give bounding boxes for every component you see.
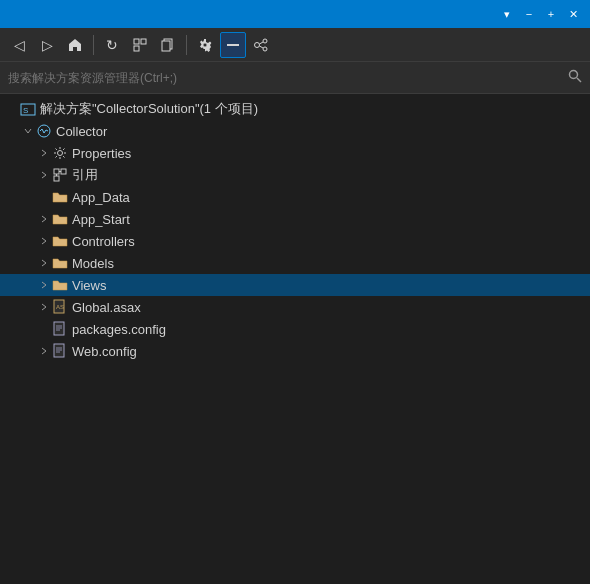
properties-button[interactable] [192,32,218,58]
svg-rect-2 [134,46,139,51]
svg-line-11 [260,46,264,48]
tree-item-models[interactable]: Models [0,252,590,274]
copy-button[interactable] [155,32,181,58]
tree-item-solution[interactable]: S解决方案"CollectorSolution"(1 个项目) [0,98,590,120]
toolbar-separator-1 [93,35,94,55]
svg-rect-18 [61,169,66,174]
tree-item-packages_config[interactable]: packages.config [0,318,590,340]
tree-expand-icon[interactable] [36,321,52,337]
svg-text:AS: AS [56,304,64,310]
title-bar-controls: ▾ − + ✕ [498,5,582,23]
search-bar [0,62,590,94]
svg-rect-0 [134,39,139,44]
tree-expand-icon[interactable] [36,167,52,183]
search-icon[interactable] [568,69,582,86]
back-button[interactable]: ◁ [6,32,32,58]
forward-button[interactable]: ▷ [34,32,60,58]
close-window-button[interactable]: ✕ [564,5,582,23]
toolbar-separator-2 [186,35,187,55]
tree-item-label: packages.config [72,322,166,337]
hide-pane-button[interactable] [220,32,246,58]
tree-item-label: 引用 [72,166,98,184]
svg-line-10 [260,42,264,44]
diagram-button[interactable] [248,32,274,58]
svg-rect-4 [162,41,170,51]
tree-item-label: Properties [72,146,131,161]
svg-text:S: S [23,106,28,115]
tree-expand-icon[interactable] [36,277,52,293]
refresh-button[interactable]: ↻ [99,32,125,58]
tree-item-views[interactable]: Views [0,274,590,296]
svg-point-9 [263,47,267,51]
solution-icon: S [20,101,36,117]
svg-point-16 [38,125,50,137]
folder-icon [52,255,68,271]
tree-item-label: Global.asax [72,300,141,315]
tree-item-app_start[interactable]: App_Start [0,208,590,230]
tree-expand-icon[interactable] [36,233,52,249]
tree-item-web_config[interactable]: Web.config [0,340,590,362]
svg-point-5 [203,43,207,47]
tree-item-label: Models [72,256,114,271]
folder-icon [52,233,68,249]
tree-expand-icon[interactable] [36,189,52,205]
svg-rect-6 [227,44,239,46]
tree-item-project[interactable]: Collector [0,120,590,142]
config-icon [52,321,68,337]
tree-item-label: Controllers [72,234,135,249]
tree-item-label: Views [72,278,106,293]
collapse-all-button[interactable] [127,32,153,58]
tree-expand-icon[interactable] [4,101,20,117]
svg-point-7 [255,42,260,47]
svg-line-13 [577,78,581,82]
title-bar: ▾ − + ✕ [0,0,590,28]
tree-item-label: Collector [56,124,107,139]
folder-icon [52,211,68,227]
minimize-window-button[interactable]: − [520,5,538,23]
tree-item-global_asax[interactable]: ASGlobal.asax [0,296,590,318]
asax-icon: AS [52,299,68,315]
tree-expand-icon[interactable] [36,299,52,315]
svg-rect-24 [54,322,64,335]
svg-rect-17 [54,169,59,174]
folder-icon [52,277,68,293]
search-input[interactable] [8,71,568,85]
svg-rect-19 [54,176,59,181]
gear-icon [52,145,68,161]
project-icon [36,123,52,139]
ref-icon [52,167,68,183]
maximize-window-button[interactable]: + [542,5,560,23]
tree-expand-icon[interactable] [36,343,52,359]
tree-item-controllers[interactable]: Controllers [0,230,590,252]
svg-rect-28 [54,344,64,357]
solution-explorer-tree: S解决方案"CollectorSolution"(1 个项目)Collector… [0,94,590,584]
home-button[interactable] [62,32,88,58]
folder-icon [52,189,68,205]
tree-item-properties[interactable]: Properties [0,142,590,164]
tree-item-label: App_Start [72,212,130,227]
tree-item-references[interactable]: 引用 [0,164,590,186]
svg-rect-1 [141,39,146,44]
toolbar: ◁ ▷ ↻ [0,28,590,62]
tree-expand-icon[interactable] [36,255,52,271]
tree-expand-icon[interactable] [36,211,52,227]
tree-item-label: 解决方案"CollectorSolution"(1 个项目) [40,100,258,118]
tree-expand-icon[interactable] [20,123,36,139]
tree-item-label: Web.config [72,344,137,359]
tree-item-app_data[interactable]: App_Data [0,186,590,208]
pin-button[interactable]: ▾ [498,5,516,23]
config-icon [52,343,68,359]
svg-point-12 [570,71,578,79]
svg-point-8 [263,39,267,43]
tree-item-label: App_Data [72,190,130,205]
tree-expand-icon[interactable] [36,145,52,161]
